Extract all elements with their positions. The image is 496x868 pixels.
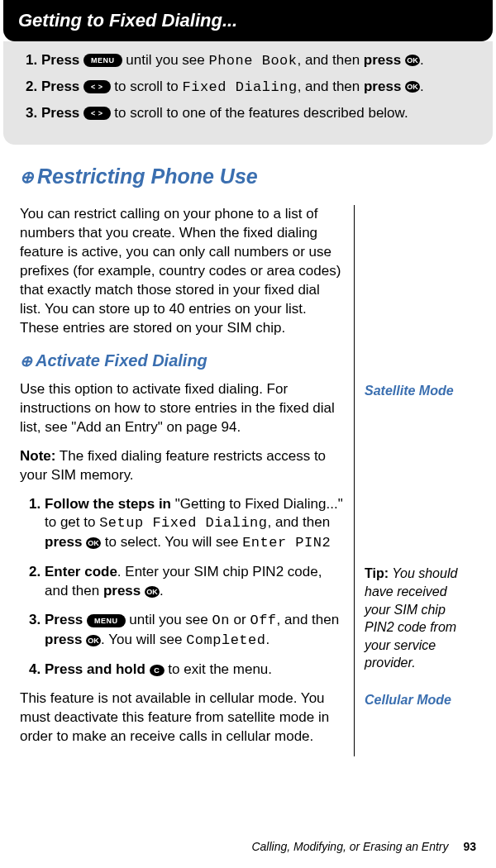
- ok-icon: OK: [405, 55, 420, 66]
- intro-step-2: Press < > to scroll to Fixed Dialing, an…: [41, 78, 478, 98]
- activate-step-2: Enter code. Enter your SIM chip PIN2 cod…: [45, 563, 344, 601]
- activate-step-1: Follow the steps in "Getting to Fixed Di…: [45, 495, 344, 554]
- activate-paragraph: Use this option to activate fixed dialin…: [20, 380, 344, 437]
- ok-icon: OK: [86, 537, 101, 549]
- cellular-mode-label: Cellular Mode: [365, 691, 476, 709]
- subheading-activate: ⊕Activate Fixed Dialing: [20, 350, 344, 372]
- activate-step-4: Press and hold C to exit the menu.: [45, 661, 344, 680]
- page-number: 93: [463, 840, 476, 853]
- note: Note: The fixed dialing feature restrict…: [20, 447, 344, 485]
- activate-step-3: Press MENU until you see On or Off, and …: [45, 611, 344, 651]
- scroll-icon: < >: [83, 107, 111, 120]
- globe-icon: ⊕: [20, 166, 34, 188]
- section-heading-restricting: ⊕Restricting Phone Use: [20, 163, 476, 191]
- ok-icon: OK: [86, 635, 101, 646]
- intro-steps-box: Press MENU until you see Phone Book, and…: [3, 41, 493, 145]
- intro-step-1: Press MENU until you see Phone Book, and…: [41, 51, 478, 71]
- globe-icon: ⊕: [20, 351, 32, 371]
- ok-icon: OK: [145, 586, 160, 598]
- page-footer: Calling, Modifying, or Erasing an Entry …: [251, 839, 476, 855]
- page-title: Getting to Fixed Dialing...: [18, 8, 478, 33]
- intro-step-3: Press < > to scroll to one of the featur…: [41, 104, 478, 123]
- menu-icon: MENU: [83, 54, 122, 67]
- ok-icon: OK: [405, 81, 420, 93]
- intro-steps: Press MENU until you see Phone Book, and…: [18, 51, 478, 123]
- note-label: Note:: [20, 448, 55, 464]
- tip-sidebar: Tip: You should have received your SIM c…: [365, 565, 476, 672]
- satellite-mode-label: Satellite Mode: [365, 382, 476, 400]
- tip-label: Tip:: [365, 566, 389, 580]
- footer-section: Calling, Modifying, or Erasing an Entry: [251, 840, 448, 853]
- cellular-paragraph: This feature is not available in cellula…: [20, 689, 344, 746]
- menu-icon: MENU: [87, 614, 126, 627]
- restrict-paragraph: You can restrict calling on your phone t…: [20, 205, 344, 338]
- page-header: Getting to Fixed Dialing...: [3, 0, 493, 41]
- c-icon: C: [150, 665, 165, 676]
- scroll-icon: < >: [83, 80, 111, 93]
